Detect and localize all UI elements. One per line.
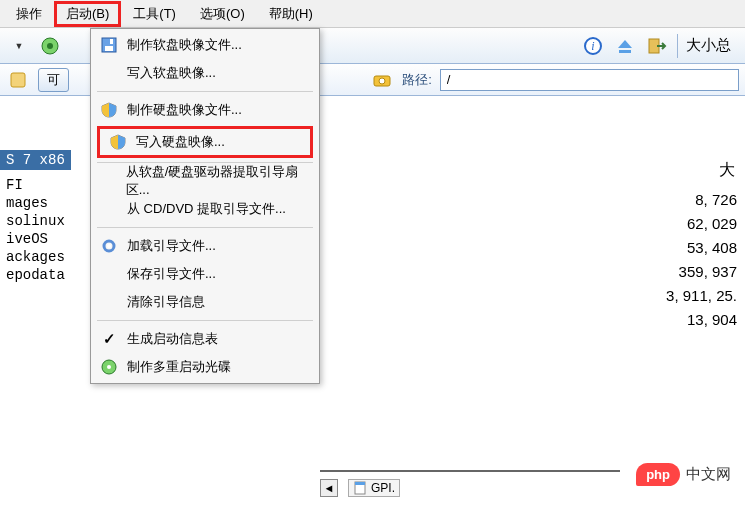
menu-make-floppy-image[interactable]: 制作软盘映像文件... [91, 31, 319, 59]
boot-menu-dropdown: 制作软盘映像文件... 写入软盘映像... 制作硬盘映像文件... 写入硬盘映像… [90, 28, 320, 384]
menu-label: 制作软盘映像文件... [127, 36, 242, 54]
burn-icon[interactable] [38, 34, 62, 58]
exit-icon[interactable] [645, 34, 669, 58]
blank-icon [99, 292, 119, 312]
size-value: 62, 029 [637, 212, 737, 236]
menu-clear-boot-info[interactable]: 清除引导信息 [91, 288, 319, 316]
total-size-label: 大小总 [686, 36, 731, 55]
svg-point-1 [47, 43, 53, 49]
info-icon[interactable]: i [581, 34, 605, 58]
menu-label: 从软盘/硬盘驱动器提取引导扇区... [126, 163, 309, 199]
menu-label: 生成启动信息表 [127, 330, 218, 348]
svg-rect-6 [11, 73, 25, 87]
size-column-header: 大 [637, 158, 737, 182]
tree-tab[interactable]: S 7 x86 [0, 150, 71, 170]
menu-gen-boot-table[interactable]: ✓ 生成启动信息表 [91, 325, 319, 353]
status-item-gpl[interactable]: GPI. [348, 479, 400, 497]
tree-item[interactable]: mages [0, 194, 90, 212]
bootable-button[interactable]: 可 [38, 68, 69, 92]
tree-list: FI mages solinux iveOS ackages epodata [0, 176, 90, 284]
checkmark-icon: ✓ [99, 329, 119, 349]
path-input[interactable] [440, 69, 739, 91]
menu-options[interactable]: 选项(O) [188, 1, 257, 27]
svg-point-13 [107, 244, 111, 248]
tree-item[interactable]: ackages [0, 248, 90, 266]
scroll-left-button[interactable]: ◄ [320, 479, 338, 497]
book-icon[interactable] [6, 68, 30, 92]
menu-save-boot-file[interactable]: 保存引导文件... [91, 260, 319, 288]
tree-item[interactable]: solinux [0, 212, 90, 230]
menu-separator [97, 91, 313, 92]
tree-item[interactable]: epodata [0, 266, 90, 284]
watermark-label: 中文网 [686, 465, 731, 484]
menu-separator [97, 320, 313, 321]
gear-icon [99, 236, 119, 256]
menu-extract-cddvd-boot[interactable]: 从 CD/DVD 提取引导文件... [91, 195, 319, 223]
disc-icon [99, 357, 119, 377]
camera-icon[interactable] [370, 68, 394, 92]
menu-help[interactable]: 帮助(H) [257, 1, 325, 27]
menu-extract-bootsector[interactable]: 从软盘/硬盘驱动器提取引导扇区... [91, 167, 319, 195]
size-column: 大 8, 726 62, 029 53, 408 359, 937 3, 911… [637, 158, 737, 332]
blank-icon [99, 171, 118, 191]
menu-write-hdd-image[interactable]: 写入硬盘映像... [100, 129, 310, 155]
menu-label: 制作硬盘映像文件... [127, 101, 242, 119]
highlighted-menu-item: 写入硬盘映像... [97, 126, 313, 158]
menu-label: 写入硬盘映像... [136, 133, 225, 151]
floppy-icon [99, 35, 119, 55]
tree-item[interactable]: FI [0, 176, 90, 194]
size-value: 359, 937 [637, 260, 737, 284]
watermark-logo: php 中文网 [636, 463, 731, 486]
svg-rect-11 [110, 39, 113, 44]
menu-label: 加载引导文件... [127, 237, 216, 255]
size-value: 8, 726 [637, 188, 737, 212]
menu-boot[interactable]: 启动(B) [54, 1, 121, 27]
status-label: GPI. [371, 481, 395, 495]
shield-icon [99, 100, 119, 120]
menu-label: 从 CD/DVD 提取引导文件... [127, 200, 286, 218]
svg-rect-10 [105, 46, 113, 51]
file-icon [353, 481, 367, 495]
svg-point-15 [107, 365, 111, 369]
menu-tools[interactable]: 工具(T) [121, 1, 188, 27]
menu-label: 清除引导信息 [127, 293, 205, 311]
blank-icon [99, 199, 119, 219]
svg-rect-17 [355, 482, 365, 485]
blank-icon [99, 63, 119, 83]
menubar: 操作 启动(B) 工具(T) 选项(O) 帮助(H) [0, 0, 745, 28]
tree-item[interactable]: iveOS [0, 230, 90, 248]
svg-text:i: i [591, 39, 594, 53]
menu-load-boot-file[interactable]: 加载引导文件... [91, 232, 319, 260]
svg-rect-4 [619, 50, 631, 53]
size-value: 53, 408 [637, 236, 737, 260]
bottom-pane: ◄ GPI. [320, 470, 620, 500]
eject-icon[interactable] [613, 34, 637, 58]
size-value: 3, 911, 25. [637, 284, 737, 308]
menu-label: 保存引导文件... [127, 265, 216, 283]
menu-separator [97, 227, 313, 228]
menu-make-hdd-image[interactable]: 制作硬盘映像文件... [91, 96, 319, 124]
menu-label: 制作多重启动光碟 [127, 358, 231, 376]
size-value: 13, 904 [637, 308, 737, 332]
menu-write-floppy-image[interactable]: 写入软盘映像... [91, 59, 319, 87]
php-badge: php [636, 463, 680, 486]
menu-operation[interactable]: 操作 [4, 1, 54, 27]
menu-make-multiboot-disc[interactable]: 制作多重启动光碟 [91, 353, 319, 381]
svg-point-8 [379, 78, 385, 84]
shield-icon [108, 132, 128, 152]
path-label: 路径: [402, 71, 432, 89]
menu-label: 写入软盘映像... [127, 64, 216, 82]
history-dropdown-icon[interactable]: ▼ [6, 34, 30, 58]
blank-icon [99, 264, 119, 284]
